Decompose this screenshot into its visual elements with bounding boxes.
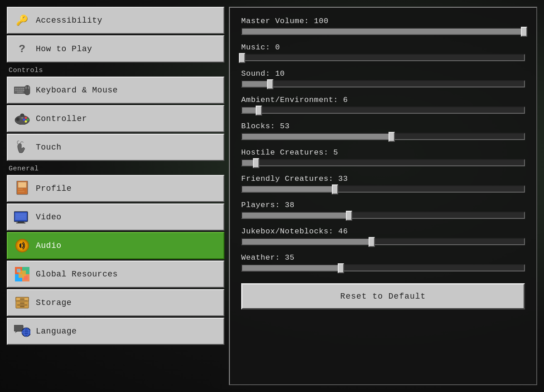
slider-fill-weather — [242, 265, 341, 271]
sidebar-item-accessibility[interactable]: 🔑 Accessibility — [7, 7, 224, 34]
slider-thumb-master-volume[interactable] — [521, 27, 527, 37]
svg-rect-9 — [19, 90, 20, 91]
slider-thumb-ambient-environment[interactable] — [256, 106, 262, 116]
slider-group-players: Players: 38 — [241, 201, 525, 219]
slider-fill-master-volume — [242, 29, 524, 34]
sidebar-item-audio[interactable]: Audio — [7, 232, 224, 259]
sidebar-label-controller: Controller — [36, 114, 217, 123]
sidebar-item-storage[interactable]: Storage — [7, 289, 224, 316]
slider-label-friendly-creatures: Friendly Creatures: 33 — [241, 174, 525, 183]
svg-rect-10 — [20, 90, 22, 91]
slider-label-hostile-creatures: Hostile Creatures: 5 — [241, 148, 525, 157]
svg-rect-52 — [20, 299, 24, 300]
slider-label-players: Players: 38 — [241, 201, 525, 209]
slider-label-music: Music: 0 — [241, 43, 525, 52]
sidebar-label-global-resources: Global Resources — [36, 270, 217, 279]
slider-track-players[interactable] — [241, 212, 525, 219]
sidebar-item-touch[interactable]: Touch — [7, 134, 224, 161]
slider-label-blocks: Blocks: 53 — [241, 122, 525, 131]
svg-rect-4 — [19, 88, 20, 89]
sidebar-item-controller[interactable]: Controller — [7, 105, 224, 132]
sidebar-item-keyboard-mouse[interactable]: Keyboard & Mouse — [7, 77, 224, 104]
sidebar-label-storage: Storage — [36, 298, 217, 307]
slider-thumb-music[interactable] — [239, 53, 245, 63]
slider-fill-friendly-creatures — [242, 186, 335, 192]
svg-point-21 — [27, 119, 29, 121]
svg-point-23 — [25, 121, 27, 123]
svg-rect-53 — [20, 303, 24, 304]
slider-group-friendly-creatures: Friendly Creatures: 33 — [241, 174, 525, 193]
svg-rect-28 — [18, 182, 26, 188]
touch-icon — [14, 139, 30, 155]
global-resources-icon — [14, 266, 30, 282]
sidebar-label-keyboard-mouse: Keyboard & Mouse — [36, 86, 217, 95]
sidebar-label-profile: Profile — [36, 184, 217, 193]
svg-rect-7 — [15, 90, 16, 91]
slider-track-blocks[interactable] — [241, 133, 525, 140]
slider-track-ambient-environment[interactable] — [241, 106, 525, 114]
slider-track-hostile-creatures[interactable] — [241, 159, 525, 166]
svg-rect-12 — [17, 92, 23, 92]
slider-track-master-volume[interactable] — [241, 28, 525, 35]
slider-track-friendly-creatures[interactable] — [241, 185, 525, 193]
slider-fill-blocks — [242, 134, 392, 139]
sidebar-item-language[interactable]: Language — [7, 318, 224, 345]
profile-icon — [14, 180, 30, 197]
slider-thumb-jukebox-noteblocks[interactable] — [369, 237, 375, 247]
storage-icon — [14, 295, 30, 311]
slider-track-sound[interactable] — [241, 80, 525, 87]
slider-thumb-hostile-creatures[interactable] — [253, 158, 259, 168]
slider-group-jukebox-noteblocks: Jukebox/Noteblocks: 46 — [241, 227, 525, 245]
sidebar-label-accessibility: Accessibility — [36, 16, 217, 25]
svg-rect-46 — [17, 269, 20, 272]
svg-rect-47 — [24, 276, 28, 280]
slider-thumb-friendly-creatures[interactable] — [332, 184, 338, 194]
sidebar-label-how-to-play: How to Play — [36, 44, 217, 53]
slider-track-jukebox-noteblocks[interactable] — [241, 238, 525, 245]
settings-container: 🔑 Accessibility ? How to Play Controls — [0, 0, 544, 392]
section-controls: Controls — [7, 64, 224, 75]
sidebar-item-video[interactable]: Video — [7, 203, 224, 231]
sidebar-item-how-to-play[interactable]: ? How to Play — [7, 35, 224, 63]
sidebar-label-audio: Audio — [36, 241, 217, 250]
svg-rect-55 — [17, 305, 27, 305]
slider-track-music[interactable] — [241, 54, 525, 61]
slider-thumb-blocks[interactable] — [389, 132, 395, 142]
svg-rect-2 — [15, 88, 16, 89]
svg-rect-51 — [17, 300, 27, 301]
slider-group-ambient-environment: Ambient/Environment: 6 — [241, 96, 525, 114]
svg-rect-29 — [18, 189, 23, 190]
svg-rect-16 — [28, 86, 29, 89]
slider-label-jukebox-noteblocks: Jukebox/Noteblocks: 46 — [241, 227, 525, 236]
sidebar-label-language: Language — [36, 327, 217, 336]
slider-track-weather[interactable] — [241, 264, 525, 271]
key-icon: 🔑 — [14, 12, 30, 29]
svg-rect-35 — [16, 213, 26, 219]
slider-label-sound: Sound: 10 — [241, 69, 525, 78]
svg-rect-8 — [17, 90, 18, 91]
slider-fill-players — [242, 213, 349, 218]
svg-rect-40 — [19, 244, 21, 247]
reset-to-default-button[interactable]: Reset to Default — [241, 283, 525, 310]
slider-thumb-players[interactable] — [346, 211, 352, 221]
slider-group-weather: Weather: 35 — [241, 253, 525, 271]
slider-thumb-weather[interactable] — [338, 263, 344, 273]
sidebar-label-video: Video — [36, 213, 217, 222]
slider-group-master-volume: Master Volume: 100 — [241, 17, 525, 35]
slider-group-music: Music: 0 — [241, 43, 525, 61]
svg-point-39 — [18, 241, 27, 250]
sidebar: 🔑 Accessibility ? How to Play Controls — [7, 7, 224, 385]
svg-rect-25 — [22, 116, 23, 119]
slider-thumb-sound[interactable] — [267, 79, 273, 89]
svg-rect-15 — [25, 86, 27, 89]
controller-icon — [14, 111, 30, 127]
sidebar-item-global-resources[interactable]: Global Resources — [7, 261, 224, 288]
sidebar-label-touch: Touch — [36, 143, 217, 152]
svg-point-19 — [16, 118, 19, 121]
slider-fill-jukebox-noteblocks — [242, 239, 372, 244]
svg-rect-54 — [20, 306, 24, 307]
sidebar-item-profile[interactable]: Profile — [7, 175, 224, 202]
svg-rect-34 — [16, 223, 25, 223]
slider-label-ambient-environment: Ambient/Environment: 6 — [241, 96, 525, 104]
svg-rect-3 — [17, 88, 18, 89]
